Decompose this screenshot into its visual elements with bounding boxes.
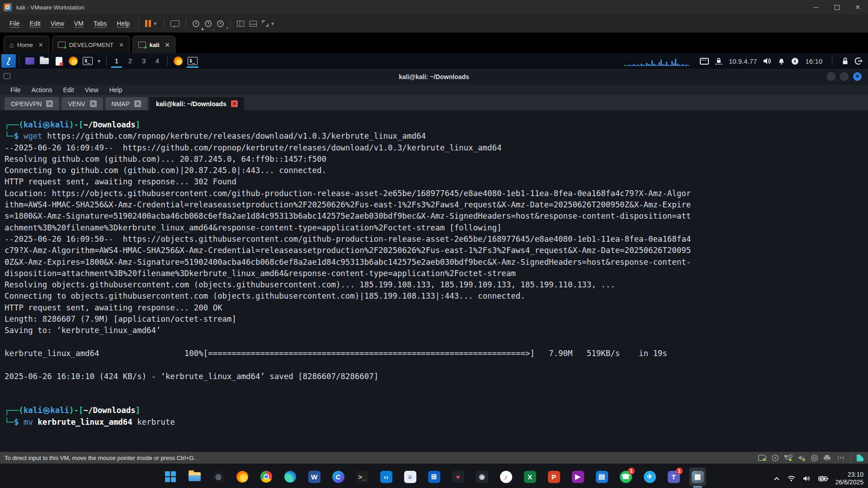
cd-device-icon[interactable] (811, 455, 818, 461)
taskbar-canva[interactable]: C (330, 468, 346, 486)
take-snapshot-button[interactable]: + (190, 17, 202, 30)
sound-device-icon[interactable] (798, 455, 806, 461)
vmware-menu-file[interactable]: File (5, 18, 25, 29)
close-icon[interactable]: ✕ (231, 100, 238, 107)
taskbar-notes-doc[interactable]: ≡ (402, 468, 418, 486)
revert-snapshot-button[interactable]: ← (202, 17, 214, 30)
vmware-menu-tabs[interactable]: Tabs (89, 18, 112, 29)
workspace-2[interactable]: 2 (123, 54, 137, 68)
wifi-icon[interactable] (787, 475, 796, 482)
taskbar-excel[interactable]: X (522, 468, 538, 486)
vmware-menu-help[interactable]: Help (112, 18, 135, 29)
launcher-text-editor[interactable] (52, 54, 66, 68)
network-adapter-icon[interactable] (784, 455, 793, 461)
ip-address[interactable]: 10.9.4.77 (729, 57, 757, 65)
workspace-4[interactable]: 4 (151, 54, 164, 68)
taskbar-teams[interactable]: T1 (665, 468, 682, 486)
hard-disk-icon[interactable] (758, 455, 766, 461)
minimize-button[interactable] (806, 0, 826, 14)
taskbar-start-button[interactable] (162, 468, 179, 486)
taskbar-vscode[interactable]: ‹› (378, 468, 394, 486)
close-icon[interactable]: ✕ (119, 42, 124, 48)
taskbar-edge[interactable] (282, 468, 298, 486)
lock-screen-icon[interactable] (842, 57, 849, 65)
terminal-menu-edit[interactable]: Edit (58, 86, 79, 94)
vm-tab-home[interactable]: ⌂Home✕ (4, 36, 49, 53)
taskbar-vmware-workstation[interactable]: ▦ (689, 468, 706, 486)
launcher-files-app[interactable] (23, 54, 37, 68)
workspace-3[interactable]: 3 (137, 54, 151, 68)
kali-menu-button[interactable]: ⟅ (1, 54, 16, 68)
close-icon[interactable]: ✕ (90, 100, 97, 107)
terminal-tab-openvpn[interactable]: OPENVPN✕ (5, 97, 59, 110)
launcher-folder[interactable] (37, 54, 52, 68)
close-button[interactable]: ✕ (847, 0, 868, 14)
terminal-tab-venv[interactable]: VENV✕ (61, 97, 103, 110)
terminal-close-button[interactable]: ✕ (853, 72, 862, 81)
taskbar-reading-app[interactable]: ▤ (594, 468, 610, 486)
network-graph[interactable] (624, 56, 689, 66)
cd-rom-icon[interactable] (772, 455, 778, 461)
taskbar-microsoft-store[interactable]: ⊞ (426, 468, 442, 486)
pause-vm-button[interactable]: ▼ (142, 17, 160, 30)
terminal-maximize-button[interactable] (840, 72, 849, 81)
usb-signal-icon[interactable] (836, 455, 845, 461)
window-button-terminal[interactable]: $_ (185, 54, 200, 68)
terminal-content[interactable]: ┌──(kali㉿kali)-[~/Downloads]└─$ wget htt… (0, 110, 868, 452)
taskbar-telegram[interactable]: ✈ (642, 468, 658, 486)
taskbar-app-dark[interactable]: ◉ (474, 468, 490, 486)
terminal-tab-nmap[interactable]: NMAP✕ (105, 97, 147, 110)
vmware-menu-edit[interactable]: Edit (25, 18, 46, 29)
taskbar-health-heart[interactable]: ♥ (450, 468, 466, 486)
vmware-menu-view[interactable]: View (46, 18, 69, 29)
terminal-tab-kali-kali-downloads[interactable]: kali@kali: ~/Downloads✕ (150, 97, 244, 110)
power-manager-icon[interactable] (791, 57, 799, 65)
display-icon[interactable] (700, 58, 709, 65)
window-button-firefox[interactable] (171, 54, 185, 68)
vpn-lock-icon[interactable] (715, 57, 722, 65)
close-icon[interactable]: ✕ (165, 42, 170, 48)
taskbar-file-explorer[interactable] (186, 468, 203, 486)
close-icon[interactable]: ✕ (38, 42, 43, 48)
terminal-titlebar[interactable]: kali@kali: ~/Downloads ✕ (0, 69, 868, 85)
vmware-menu-vm[interactable]: VM (69, 18, 89, 29)
taskbar-terminal-cmd[interactable]: >_ (354, 468, 370, 486)
launcher-chevron-down-icon[interactable]: ▼ (97, 59, 101, 64)
message-log-icon[interactable] (857, 455, 863, 461)
taskbar-chrome[interactable] (258, 468, 274, 486)
printer-icon[interactable] (823, 455, 831, 461)
volume-icon[interactable] (763, 57, 772, 65)
thumbnail-bar-toggle[interactable] (247, 17, 259, 30)
taskbar-clock[interactable]: 23:10 26/6/2025 (835, 471, 863, 486)
launcher-firefox[interactable] (66, 54, 80, 68)
fullscreen-button[interactable]: ▼ (259, 17, 278, 30)
taskbar-powerpoint[interactable]: P (546, 468, 562, 486)
terminal-menu-view[interactable]: View (80, 86, 104, 94)
library-pane-toggle[interactable] (234, 17, 247, 30)
taskbar-word[interactable]: W (306, 468, 322, 486)
taskbar-media-app[interactable]: ▶ (570, 468, 586, 486)
hidden-icons-chevron[interactable] (774, 477, 780, 481)
taskbar-whatsapp[interactable]: ☎1 (618, 468, 634, 486)
send-ctrl-alt-del-button[interactable] (168, 17, 182, 30)
taskbar-music[interactable]: ♪ (498, 468, 514, 486)
launcher-terminal[interactable]: $_ (80, 54, 95, 68)
vm-tab-development[interactable]: ▸DEVELOPMENT✕ (52, 36, 130, 53)
terminal-menu-help[interactable]: Help (104, 86, 127, 94)
close-icon[interactable]: ✕ (46, 100, 53, 107)
close-icon[interactable]: ✕ (134, 100, 141, 107)
taskbar-firefox[interactable] (234, 468, 250, 486)
notification-bell-icon[interactable] (778, 57, 785, 65)
terminal-menu-file[interactable]: File (5, 86, 26, 94)
logout-icon[interactable] (855, 57, 863, 65)
panel-clock[interactable]: 16:10 (805, 57, 822, 65)
vm-tab-kali[interactable]: ▸kali✕ (132, 36, 176, 53)
snapshot-manager-button[interactable]: * (214, 17, 226, 30)
terminal-minimize-button[interactable] (827, 72, 835, 81)
maximize-button[interactable] (826, 0, 847, 14)
workspace-1[interactable]: 1 (110, 54, 123, 68)
taskbar-app-dark-circle[interactable]: ◎ (210, 468, 226, 486)
terminal-menu-actions[interactable]: Actions (27, 86, 57, 94)
battery-icon[interactable] (818, 476, 828, 482)
volume-icon[interactable] (803, 475, 811, 482)
